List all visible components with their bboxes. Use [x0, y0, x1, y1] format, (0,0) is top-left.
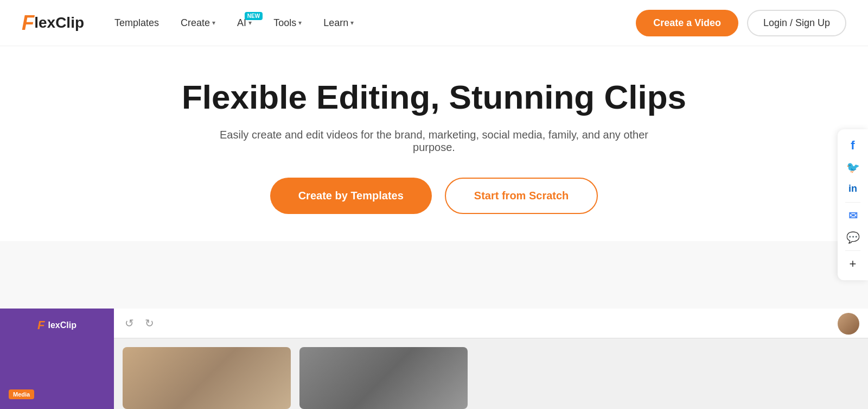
user-avatar: [838, 313, 859, 335]
login-button[interactable]: Login / Sign Up: [747, 10, 846, 36]
create-chevron-icon: ▾: [212, 19, 215, 27]
social-divider: [845, 202, 860, 203]
editor-sidebar: F lexClip Media: [0, 309, 114, 409]
editor-logo: F lexClip: [37, 318, 76, 332]
hero-buttons: Create by Templates Start from Scratch: [11, 178, 857, 214]
nav-ai[interactable]: AI NEW ▾: [228, 13, 260, 33]
nav-create[interactable]: Create ▾: [172, 13, 224, 33]
twitter-icon[interactable]: 🐦: [843, 158, 863, 177]
facebook-icon[interactable]: f: [843, 136, 863, 155]
email-icon[interactable]: ✉: [843, 206, 863, 225]
editor-toolbar: ↺ ↻: [114, 309, 868, 338]
nav-links: Templates Create ▾ AI NEW ▾ Tools ▾ Lear…: [106, 13, 636, 33]
editor-logo-text: lexClip: [48, 320, 76, 330]
learn-chevron-icon: ▾: [350, 19, 354, 27]
editor-preview: F lexClip Media ↺ ↻: [0, 309, 868, 409]
logo[interactable]: F lexClip: [22, 12, 84, 33]
nav-templates[interactable]: Templates: [106, 13, 168, 33]
editor-logo-f: F: [37, 318, 44, 332]
undo-icon[interactable]: ↺: [125, 317, 134, 330]
redo-icon[interactable]: ↻: [145, 317, 154, 330]
nav-learn[interactable]: Learn ▾: [315, 13, 362, 33]
logo-f: F: [22, 12, 34, 33]
editor-media-label[interactable]: Media: [9, 389, 34, 399]
hero-subtitle: Easily create and edit videos for the br…: [217, 129, 651, 154]
tools-chevron-icon: ▾: [298, 19, 302, 27]
social-divider-2: [845, 250, 860, 251]
nav-tools[interactable]: Tools ▾: [265, 13, 310, 33]
hero-section: Flexible Editing, Stunning Clips Easily …: [0, 46, 868, 241]
hero-title: Flexible Editing, Stunning Clips: [11, 79, 857, 116]
navbar: F lexClip Templates Create ▾ AI NEW ▾ To…: [0, 0, 868, 46]
expand-icon[interactable]: +: [843, 254, 863, 274]
create-templates-button[interactable]: Create by Templates: [270, 178, 432, 214]
create-video-button[interactable]: Create a Video: [636, 10, 738, 36]
preview-thumbnail-1[interactable]: [123, 347, 291, 409]
editor-content: [114, 338, 868, 409]
ai-chevron-icon: ▾: [248, 19, 252, 27]
logo-rest: lexClip: [34, 15, 84, 30]
chat-icon[interactable]: 💬: [843, 228, 863, 247]
linkedin-icon[interactable]: in: [843, 179, 863, 199]
nav-actions: Create a Video Login / Sign Up: [636, 10, 846, 36]
preview-thumbnail-2[interactable]: [299, 347, 468, 409]
social-sidebar: f 🐦 in ✉ 💬 +: [838, 129, 868, 280]
ai-new-badge: NEW: [245, 12, 263, 20]
start-scratch-button[interactable]: Start from Scratch: [445, 178, 598, 214]
